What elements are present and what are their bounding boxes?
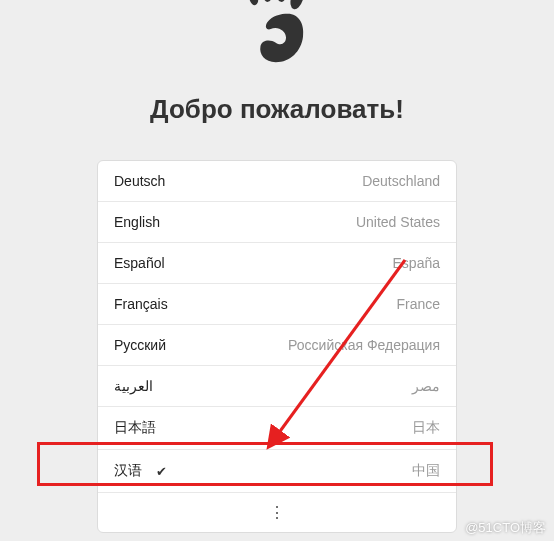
svg-point-2	[275, 0, 287, 2]
gnome-logo	[235, 0, 320, 79]
watermark: @51CTO博客	[465, 519, 546, 537]
svg-point-0	[247, 0, 259, 6]
welcome-title: Добро пожаловать!	[150, 94, 404, 125]
language-item-english[interactable]: English United States	[98, 202, 456, 243]
language-region: مصر	[412, 378, 440, 394]
language-item-deutsch[interactable]: Deutsch Deutschland	[98, 161, 456, 202]
language-item-francais[interactable]: Français France	[98, 284, 456, 325]
language-name: 日本語	[114, 419, 156, 437]
language-region: France	[396, 296, 440, 312]
language-region: 中国	[412, 462, 440, 480]
language-name: English	[114, 214, 160, 230]
language-item-japanese[interactable]: 日本語 日本	[98, 407, 456, 450]
language-name: Русский	[114, 337, 166, 353]
language-region: Российская Федерация	[288, 337, 440, 353]
svg-point-1	[261, 0, 272, 2]
language-name: Español	[114, 255, 165, 271]
language-name: العربية	[114, 378, 153, 394]
language-name: Français	[114, 296, 168, 312]
language-region: United States	[356, 214, 440, 230]
gnome-foot-icon	[235, 0, 320, 75]
language-list: Deutsch Deutschland English United State…	[97, 160, 457, 533]
language-region: España	[393, 255, 440, 271]
checkmark-icon: ✔	[156, 464, 167, 479]
svg-point-3	[287, 0, 305, 11]
more-languages-button[interactable]: ⋮	[98, 493, 456, 532]
language-region: Deutschland	[362, 173, 440, 189]
language-name: Deutsch	[114, 173, 165, 189]
language-item-espanol[interactable]: Español España	[98, 243, 456, 284]
language-name: 汉语 ✔	[114, 462, 167, 480]
language-region: 日本	[412, 419, 440, 437]
language-item-arabic[interactable]: العربية مصر	[98, 366, 456, 407]
ellipsis-icon: ⋮	[269, 503, 285, 522]
welcome-screen: Добро пожаловать! Deutsch Deutschland En…	[0, 0, 554, 533]
language-item-chinese[interactable]: 汉语 ✔ 中国	[98, 450, 456, 493]
language-item-russian[interactable]: Русский Российская Федерация	[98, 325, 456, 366]
